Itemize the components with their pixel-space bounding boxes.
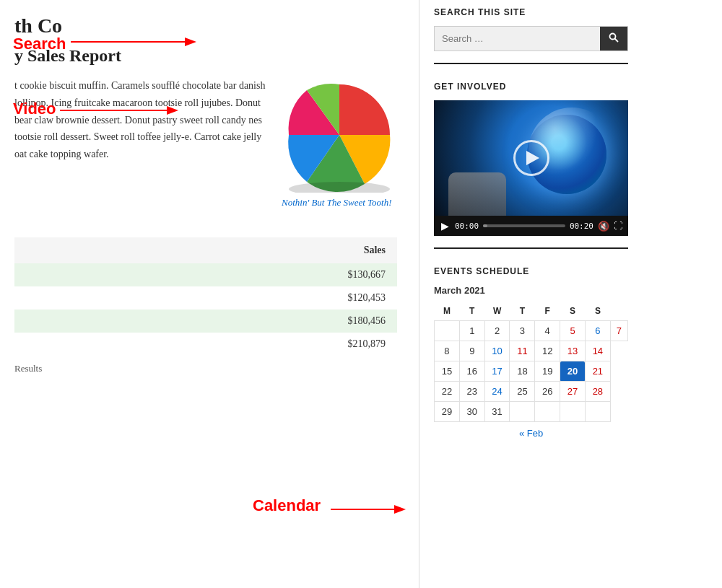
calendar-day-cell[interactable]: 22 bbox=[435, 382, 460, 402]
calendar-day-cell bbox=[510, 402, 535, 422]
video-controls: ▶ 00:00 00:20 🔇 ⛶ bbox=[434, 216, 628, 236]
calendar-day-cell[interactable]: 5 bbox=[560, 321, 586, 341]
table-row: $130,667 bbox=[14, 263, 397, 286]
body-text: t cookie biscuit muffin. Caramels souffl… bbox=[14, 77, 267, 163]
calendar-day-cell[interactable]: 28 bbox=[585, 382, 610, 402]
search-button[interactable] bbox=[600, 27, 627, 51]
hand-shape bbox=[448, 172, 506, 216]
table-cell-value: $210,879 bbox=[244, 333, 397, 356]
table-cell-empty bbox=[14, 263, 244, 286]
calendar-day-cell[interactable]: 24 bbox=[484, 382, 510, 402]
calendar-day-cell[interactable]: 13 bbox=[560, 341, 586, 361]
calendar-day-cell[interactable]: 4 bbox=[535, 321, 560, 341]
calendar-day-cell[interactable]: 15 bbox=[435, 361, 460, 382]
pie-caption: Nothin' But The Sweet Tooth! bbox=[282, 197, 392, 209]
calendar-week-row: 891011121314 bbox=[435, 341, 628, 361]
calendar-day-cell[interactable]: 1 bbox=[459, 321, 484, 341]
calendar-day-cell[interactable]: 29 bbox=[435, 402, 460, 422]
calendar-day-cell[interactable]: 21 bbox=[585, 361, 610, 382]
calendar-day-cell bbox=[535, 402, 560, 422]
calendar-day-cell[interactable]: 9 bbox=[459, 341, 484, 361]
pie-chart bbox=[282, 77, 397, 193]
search-section: SEARCH THIS SITE bbox=[434, 7, 628, 64]
svg-point-4 bbox=[610, 34, 616, 40]
search-input[interactable] bbox=[435, 27, 600, 51]
table-cell-empty bbox=[14, 286, 244, 310]
calendar-day-cell[interactable]: 6 bbox=[585, 321, 610, 341]
calendar-day-cell[interactable]: 2 bbox=[484, 321, 510, 341]
search-box bbox=[434, 26, 628, 51]
sales-col-header: Sales bbox=[244, 237, 397, 263]
calendar-week-row: 1234567 bbox=[435, 321, 628, 341]
video-bg bbox=[434, 100, 628, 216]
get-involved-section: GET INVOLVED ▶ 00:00 00:20 🔇 bbox=[434, 82, 628, 249]
video-container bbox=[434, 100, 628, 216]
annotation-calendar-label: Calendar bbox=[253, 496, 321, 514]
calendar-day-cell bbox=[585, 402, 610, 422]
calendar-nav: « Feb bbox=[434, 428, 628, 439]
svg-line-5 bbox=[615, 39, 619, 43]
calendar-day-cell[interactable]: 18 bbox=[510, 361, 535, 382]
table-cell-value: $120,453 bbox=[244, 286, 397, 310]
get-involved-title: GET INVOLVED bbox=[434, 82, 628, 92]
calendar-month: March 2021 bbox=[434, 285, 628, 296]
volume-button[interactable]: 🔇 bbox=[598, 221, 609, 232]
calendar-day-cell[interactable]: 19 bbox=[535, 361, 560, 382]
calendar-day-cell bbox=[435, 321, 460, 341]
sidebar: SEARCH THIS SITE GET INVOLVED bbox=[419, 0, 643, 588]
calendar-day-cell[interactable]: 27 bbox=[560, 382, 586, 402]
calendar-week-row: 15161718192021 bbox=[435, 361, 628, 382]
calendar-header-cell: W bbox=[484, 302, 510, 321]
table-row: $120,453 bbox=[14, 286, 397, 310]
table-row: $180,456 bbox=[14, 310, 397, 333]
table-cell-empty bbox=[14, 333, 244, 356]
site-title: th Co bbox=[14, 14, 397, 38]
calendar-header-cell: S bbox=[585, 302, 610, 321]
calendar-week-row: 293031 bbox=[435, 402, 628, 422]
play-pause-button[interactable]: ▶ bbox=[440, 220, 451, 232]
calendar-day-cell[interactable]: 3 bbox=[510, 321, 535, 341]
video-progress-bar[interactable] bbox=[483, 224, 565, 227]
calendar-header-cell: M bbox=[435, 302, 460, 321]
svg-point-3 bbox=[289, 182, 390, 193]
calendar-day-cell bbox=[560, 402, 586, 422]
calendar-day-cell[interactable]: 30 bbox=[459, 402, 484, 422]
events-section: EVENTS SCHEDULE March 2021 MTWTFSS 12345… bbox=[434, 266, 628, 451]
calendar-day-cell[interactable]: 23 bbox=[459, 382, 484, 402]
calendar-day-cell[interactable]: 20 bbox=[560, 361, 586, 382]
search-section-title: SEARCH THIS SITE bbox=[434, 7, 628, 17]
events-section-title: EVENTS SCHEDULE bbox=[434, 266, 628, 276]
video-progress-fill bbox=[483, 224, 487, 227]
calendar-header-cell: S bbox=[560, 302, 586, 321]
results-text: Results bbox=[14, 363, 397, 374]
calendar-day-cell[interactable]: 10 bbox=[484, 341, 510, 361]
pie-section: Nothin' But The Sweet Tooth! bbox=[282, 77, 397, 209]
calendar-day-cell[interactable]: 17 bbox=[484, 361, 510, 382]
calendar-day-cell[interactable]: 14 bbox=[585, 341, 610, 361]
fullscreen-button[interactable]: ⛶ bbox=[614, 221, 622, 231]
calendar-week-row: 22232425262728 bbox=[435, 382, 628, 402]
calendar-day-cell[interactable]: 31 bbox=[484, 402, 510, 422]
sales-table: Sales $130,667$120,453$180,456$210,879 bbox=[14, 237, 397, 356]
calendar-day-cell[interactable]: 11 bbox=[510, 341, 535, 361]
table-cell-value: $130,667 bbox=[244, 263, 397, 286]
calendar-header-cell: T bbox=[459, 302, 484, 321]
calendar-table: MTWTFSS 12345678910111213141516171819202… bbox=[434, 302, 628, 422]
play-button-overlay[interactable] bbox=[513, 140, 549, 176]
calendar-day-cell[interactable]: 26 bbox=[535, 382, 560, 402]
calendar-day-cell[interactable]: 16 bbox=[459, 361, 484, 382]
annotation-calendar-arrow bbox=[331, 502, 417, 524]
table-cell-empty bbox=[14, 310, 244, 333]
page-title: y Sales Report bbox=[14, 46, 397, 66]
calendar-header-cell: T bbox=[510, 302, 535, 321]
video-time-end: 00:20 bbox=[570, 221, 593, 231]
table-row: $210,879 bbox=[14, 333, 397, 356]
calendar-day-cell[interactable]: 8 bbox=[435, 341, 460, 361]
table-cell-value: $180,456 bbox=[244, 310, 397, 333]
video-time-start: 00:00 bbox=[455, 221, 479, 231]
calendar-day-cell[interactable]: 12 bbox=[535, 341, 560, 361]
calendar-day-cell[interactable]: 7 bbox=[610, 321, 627, 341]
calendar-day-cell[interactable]: 25 bbox=[510, 382, 535, 402]
calendar-prev-link[interactable]: « Feb bbox=[519, 428, 543, 439]
calendar-header-cell: F bbox=[535, 302, 560, 321]
